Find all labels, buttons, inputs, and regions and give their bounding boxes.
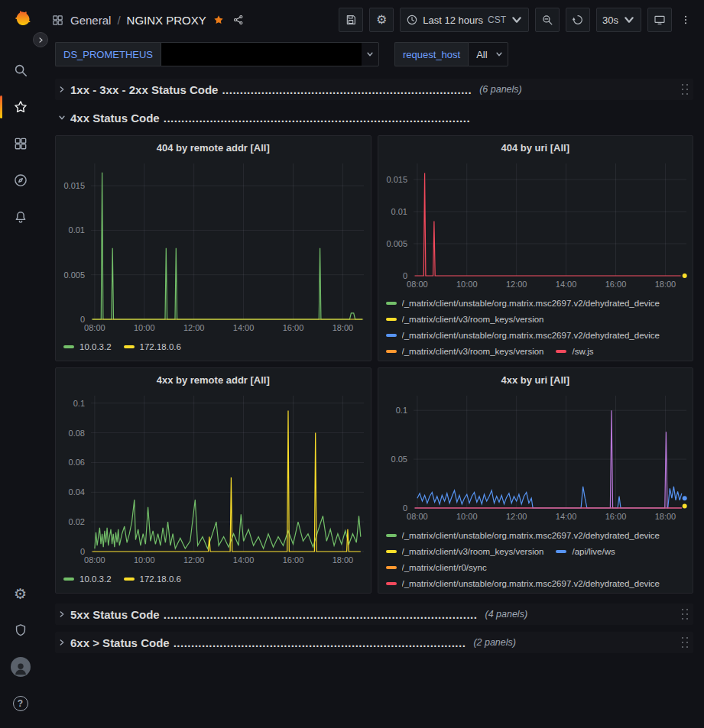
sidebar-item-starred[interactable] bbox=[0, 89, 41, 125]
panel-title[interactable]: 404 by remote addr [All] bbox=[56, 138, 371, 157]
legend-item[interactable]: /_matrix/client/v3/room_keys/version bbox=[386, 343, 544, 359]
svg-text:10:00: 10:00 bbox=[134, 555, 155, 565]
sidebar-item-alerting[interactable] bbox=[0, 199, 41, 235]
chevron-right-icon bbox=[58, 610, 66, 618]
legend-item[interactable]: /_matrix/client/r0/sync bbox=[386, 559, 487, 575]
favorite-star-icon[interactable] bbox=[212, 14, 225, 26]
panel-grid: 404 by remote addr [All] 00.0050.010.015… bbox=[55, 135, 693, 594]
timezone-label: CST bbox=[488, 15, 506, 25]
legend-swatch bbox=[63, 345, 74, 348]
refresh-interval-label: 30s bbox=[602, 15, 618, 26]
svg-text:14:00: 14:00 bbox=[555, 280, 576, 289]
svg-text:10:00: 10:00 bbox=[456, 512, 478, 521]
time-range-label: Last 12 hours bbox=[423, 15, 483, 26]
star-icon bbox=[13, 99, 28, 115]
tv-mode-button[interactable] bbox=[647, 8, 672, 32]
legend-item[interactable]: /api/live/ws bbox=[556, 543, 615, 559]
row-6xx[interactable]: 6xx > Status Code ......................… bbox=[55, 632, 693, 653]
legend-item[interactable]: 172.18.0.6 bbox=[124, 571, 181, 587]
time-series-chart[interactable]: 00.020.040.060.080.108:0010:0012:0014:00… bbox=[56, 390, 371, 567]
panel-title[interactable]: 404 by uri [All] bbox=[378, 138, 693, 157]
sidebar-item-search[interactable] bbox=[0, 52, 41, 89]
legend-item[interactable]: /_matrix/client/unstable/org.matrix.msc2… bbox=[386, 527, 660, 543]
row-title: 5xx Status Code bbox=[70, 608, 160, 621]
chevron-down-icon bbox=[511, 14, 523, 26]
legend-label: /_matrix/client/unstable/org.matrix.msc2… bbox=[402, 299, 660, 308]
panel-4xx-by-remote-addr: 4xx by remote addr [All] 00.020.040.060.… bbox=[55, 367, 371, 594]
legend-item[interactable]: /sw.js bbox=[556, 343, 593, 359]
variable-datasource-label[interactable]: DS_PROMETHEUS bbox=[55, 42, 161, 66]
legend-item[interactable]: /_matrix/client/v3/room_keys/version bbox=[386, 543, 544, 559]
sidebar-item-help[interactable]: ? bbox=[0, 685, 41, 722]
sidebar-item-explore[interactable] bbox=[0, 162, 41, 199]
legend-item[interactable]: /_matrix/client/v3/room_keys/version bbox=[386, 311, 544, 327]
save-dashboard-button[interactable] bbox=[339, 8, 363, 32]
sidebar: ⚙ ? bbox=[0, 0, 41, 728]
kebab-menu-button[interactable] bbox=[678, 8, 693, 32]
panel-title[interactable]: 4xx by remote addr [All] bbox=[56, 370, 371, 390]
row-4xx[interactable]: 4xx Status Code ........................… bbox=[55, 107, 693, 128]
sidebar-expand-button[interactable] bbox=[33, 32, 48, 47]
dashboard-settings-button[interactable]: ⚙ bbox=[369, 8, 394, 32]
clock-icon bbox=[406, 14, 418, 26]
time-series-chart[interactable]: 00.0050.010.01508:0010:0012:0014:0016:00… bbox=[56, 157, 371, 335]
legend-item[interactable]: /_matrix/client/unstable/org.matrix.msc2… bbox=[386, 575, 660, 591]
variable-request-host-label[interactable]: request_host bbox=[394, 42, 468, 66]
row-drag-handle[interactable] bbox=[680, 81, 689, 98]
row-1xx-3xx-2xx[interactable]: 1xx - 3xx - 2xx Status Code ............… bbox=[55, 79, 693, 100]
legend-item[interactable]: 172.18.0.6 bbox=[124, 338, 181, 354]
row-title-dots: ........................................… bbox=[222, 83, 472, 96]
svg-text:18:00: 18:00 bbox=[654, 280, 676, 289]
legend-label: /_matrix/client/v3/room_keys/version bbox=[402, 315, 544, 324]
legend-swatch bbox=[386, 334, 397, 337]
row-title: 6xx > Status Code bbox=[70, 636, 170, 649]
time-series-chart[interactable]: 00.0050.010.01508:0010:0012:0014:0016:00… bbox=[378, 157, 693, 291]
save-icon bbox=[345, 14, 357, 26]
legend-swatch bbox=[386, 318, 397, 321]
row-5xx[interactable]: 5xx Status Code ........................… bbox=[55, 603, 693, 625]
chevron-down-icon bbox=[362, 50, 378, 58]
gear-icon: ⚙ bbox=[14, 587, 27, 601]
row-drag-handle[interactable] bbox=[680, 606, 689, 623]
bell-icon bbox=[13, 209, 28, 225]
panel-legend: /_matrix/client/unstable/org.matrix.msc2… bbox=[378, 291, 693, 359]
dashboard-title[interactable]: NGINX PROXY bbox=[127, 14, 206, 27]
grafana-app: ⚙ ? General / NGINX bbox=[0, 0, 704, 728]
legend-swatch bbox=[124, 345, 135, 348]
grafana-logo-icon[interactable] bbox=[8, 8, 33, 32]
request-host-select[interactable]: All bbox=[468, 42, 508, 66]
sidebar-item-configuration[interactable]: ⚙ bbox=[0, 575, 41, 612]
variable-datasource: DS_PROMETHEUS bbox=[55, 42, 379, 66]
panel-title[interactable]: 4xx by uri [All] bbox=[378, 370, 693, 390]
sidebar-item-profile[interactable] bbox=[0, 649, 41, 685]
legend-item[interactable]: /_matrix/client/unstable/org.matrix.msc2… bbox=[386, 295, 660, 311]
sidebar-item-dashboards[interactable] bbox=[0, 125, 41, 162]
legend-item[interactable]: 10.0.3.2 bbox=[63, 571, 112, 587]
legend-swatch bbox=[386, 350, 397, 353]
time-range-picker[interactable]: Last 12 hours CST bbox=[400, 8, 529, 32]
dashboard-squares-icon bbox=[51, 14, 64, 27]
datasource-value-redacted bbox=[161, 43, 362, 66]
legend-label: /_matrix/client/unstable/org.matrix.msc2… bbox=[402, 331, 660, 340]
variable-request-host: request_host All bbox=[394, 42, 508, 66]
refresh-interval-picker[interactable]: 30s bbox=[596, 8, 641, 32]
zoom-out-time-button[interactable] bbox=[535, 8, 560, 32]
row-drag-handle[interactable] bbox=[680, 634, 689, 651]
legend-item[interactable]: /_matrix/client/unstable/org.matrix.msc2… bbox=[386, 327, 660, 343]
svg-text:10:00: 10:00 bbox=[456, 280, 478, 289]
time-series-chart[interactable]: 00.050.108:0010:0012:0014:0016:0018:00 bbox=[378, 390, 693, 523]
svg-text:0.015: 0.015 bbox=[63, 181, 85, 190]
svg-text:08:00: 08:00 bbox=[407, 280, 428, 289]
row-panel-count: (6 panels) bbox=[479, 84, 522, 95]
svg-text:18:00: 18:00 bbox=[333, 555, 354, 565]
svg-text:12:00: 12:00 bbox=[183, 555, 205, 565]
datasource-select[interactable] bbox=[161, 42, 379, 66]
legend-item[interactable]: 10.0.3.2 bbox=[63, 338, 112, 354]
legend-label: 172.18.0.6 bbox=[140, 574, 181, 584]
share-icon[interactable] bbox=[232, 14, 245, 26]
refresh-dashboard-button[interactable] bbox=[566, 8, 590, 32]
breadcrumb-folder[interactable]: General bbox=[70, 14, 111, 27]
svg-text:0.04: 0.04 bbox=[69, 487, 85, 497]
svg-text:16:00: 16:00 bbox=[605, 280, 626, 289]
sidebar-item-server-admin[interactable] bbox=[0, 612, 41, 649]
